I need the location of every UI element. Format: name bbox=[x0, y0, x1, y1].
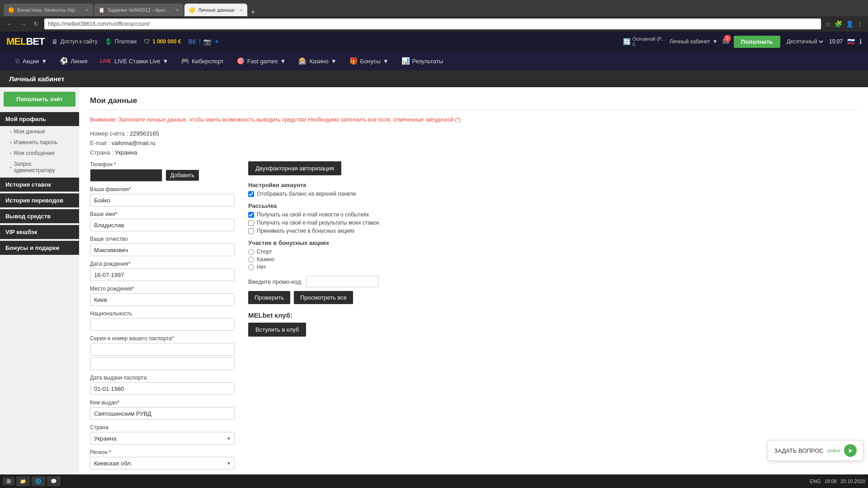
chat-open-button[interactable]: ➤ bbox=[844, 444, 857, 457]
first-name-group: Ваше имя* bbox=[90, 211, 235, 231]
passport-issued-input[interactable] bbox=[90, 407, 235, 420]
form-right: Двухфакторная авторизация Настройки акка… bbox=[248, 161, 857, 488]
sidebar-vip-cashback-title[interactable]: VIP кешбэк bbox=[0, 225, 79, 239]
page-title: Личный кабинет bbox=[9, 75, 65, 83]
last-name-input[interactable] bbox=[90, 194, 235, 206]
cabinet-button[interactable]: Личный кабинет ▼ bbox=[670, 38, 718, 45]
chrome-icon: 🌐 bbox=[35, 479, 42, 484]
sidebar-deposit-button[interactable]: Пополнить счёт bbox=[4, 92, 75, 107]
profile-icon[interactable]: 👤 bbox=[846, 20, 854, 28]
messages-button[interactable]: ✉ 0 bbox=[722, 37, 729, 47]
first-name-input[interactable] bbox=[90, 219, 235, 231]
extensions-icon[interactable]: 🧩 bbox=[835, 20, 842, 28]
promo-input[interactable] bbox=[306, 276, 378, 287]
nav-promotions[interactable]: ☆ Акции ▼ bbox=[9, 52, 52, 70]
sidebar-profile-title[interactable]: Мой профиль bbox=[0, 112, 79, 126]
passport-number-input[interactable] bbox=[90, 357, 235, 370]
sidebar-bonuses-title[interactable]: Бонусы и подарки bbox=[0, 241, 79, 255]
main-nav: ☆ Акции ▼ ⚽ Линия LIVE LIVE Ставки Live … bbox=[0, 52, 868, 70]
taskbar-chrome[interactable]: 🌐 bbox=[32, 476, 45, 486]
bonus-casino-radio[interactable] bbox=[248, 257, 254, 263]
passport-series-group: Серия и номер вашего паспорта* bbox=[90, 335, 235, 370]
tab-2-close[interactable]: ✕ bbox=[175, 8, 179, 13]
language-select[interactable]: Десятичный bbox=[785, 38, 825, 45]
birthplace-input[interactable] bbox=[90, 293, 235, 306]
nav-casino[interactable]: 🎰 Казино ▼ bbox=[293, 52, 342, 70]
top-nav-left: MELBET 🖥 Доступ к сайту 💲 Платежи 🛡 1 00… bbox=[6, 36, 219, 47]
tab-1-close[interactable]: ✕ bbox=[85, 8, 89, 13]
nav-bonuses[interactable]: 🎁 Бонусы ▼ bbox=[344, 52, 394, 70]
chat-widget[interactable]: ЗАДАТЬ ВОПРОС online ➤ bbox=[768, 440, 863, 461]
two-factor-button[interactable]: Двухфакторная авторизация bbox=[248, 161, 341, 175]
birthdate-input[interactable] bbox=[90, 268, 235, 281]
join-club-button[interactable]: Вступить в клуб bbox=[248, 323, 306, 337]
sidebar-withdrawal-title[interactable]: Вывод средств bbox=[0, 209, 79, 223]
logo[interactable]: MELBET bbox=[6, 36, 44, 47]
account-settings-section: Настройки аккаунта Отображать баланс на … bbox=[248, 182, 857, 197]
payments-button[interactable]: 💲 Платежи bbox=[104, 38, 137, 45]
reload-button[interactable]: ↻ bbox=[32, 19, 41, 28]
taskbar-file-explorer[interactable]: 📁 bbox=[16, 476, 30, 486]
sidebar-messages[interactable]: Мои сообщения bbox=[0, 148, 79, 159]
nav-fast-games[interactable]: 🎯 Fast games ▼ bbox=[231, 52, 292, 70]
info-icon[interactable]: ℹ bbox=[859, 38, 862, 45]
sidebar-bet-history-title[interactable]: История ставок bbox=[0, 178, 79, 192]
patronymic-group: Ваше отчество bbox=[90, 236, 235, 256]
country-row: Страна : Украина bbox=[90, 149, 857, 156]
sidebar-my-data[interactable]: Мои данные bbox=[0, 126, 79, 137]
browser-tabs: 🟠 Бонистика, банкноты Украины... ✕ 📋 Зад… bbox=[4, 0, 864, 16]
region-select[interactable]: Киевская обл. bbox=[90, 457, 235, 469]
bonus-no-row: Нет bbox=[248, 264, 857, 270]
email-row: E-mail : valioma@mail.ru bbox=[90, 140, 857, 146]
nationality-input[interactable] bbox=[90, 318, 235, 331]
sidebar-transfer-history-title[interactable]: История переводов bbox=[0, 193, 79, 207]
sidebar-change-password[interactable]: Изменить пароль bbox=[0, 137, 79, 148]
new-tab-button[interactable]: + bbox=[248, 8, 258, 16]
main-balance: 🔄 Основной (Р... 0 bbox=[623, 36, 665, 47]
nav-live[interactable]: LIVE LIVE Ставки Live ▼ bbox=[94, 52, 174, 70]
add-phone-button[interactable]: Добавить bbox=[166, 170, 199, 181]
start-button[interactable]: ⊞ bbox=[3, 477, 14, 485]
sidebar-vip-cashback: VIP кешбэк bbox=[0, 225, 79, 239]
forward-button[interactable]: → bbox=[18, 19, 28, 28]
deposit-button[interactable]: Пополнить bbox=[734, 36, 780, 48]
access-site-button[interactable]: 🖥 Доступ к сайту bbox=[52, 38, 97, 45]
taskbar-skype[interactable]: 💬 bbox=[47, 476, 61, 486]
form-left: Телефон * Добавить Ваша фамилия* Ваше им… bbox=[90, 161, 235, 488]
sidebar-admin-request[interactable]: Запрос администратору bbox=[0, 159, 79, 176]
nav-line[interactable]: ⚽ Линия bbox=[54, 52, 93, 70]
back-button[interactable]: ← bbox=[5, 19, 14, 28]
url-bar[interactable]: https://melbet38616.com/ru/office/accoun… bbox=[44, 19, 821, 29]
phone-input[interactable] bbox=[90, 169, 162, 182]
bonus-sport-radio[interactable] bbox=[248, 249, 254, 255]
telegram-icon[interactable]: ✈ bbox=[214, 38, 219, 45]
tab-3-close[interactable]: ✕ bbox=[239, 8, 243, 13]
country-select-group: Страна Украина bbox=[90, 424, 235, 445]
country-select-wrapper: Украина bbox=[90, 432, 235, 445]
passport-date-input[interactable] bbox=[90, 382, 235, 395]
mailing-bets-checkbox[interactable] bbox=[248, 220, 254, 226]
verify-button[interactable]: Проверить bbox=[248, 291, 290, 304]
sidebar-bet-history: История ставок bbox=[0, 178, 79, 192]
vk-icon[interactable]: ВК bbox=[189, 38, 197, 45]
bonus-no-radio[interactable] bbox=[248, 264, 254, 270]
passport-series-input[interactable] bbox=[90, 343, 235, 356]
last-name-label: Ваша фамилия* bbox=[90, 186, 235, 192]
tab-1[interactable]: 🟠 Бонистика, банкноты Украины... ✕ bbox=[4, 4, 93, 16]
mailing-bonuses-checkbox[interactable] bbox=[248, 228, 254, 234]
bookmark-icon[interactable]: ☆ bbox=[825, 20, 831, 28]
tab-3[interactable]: 🟡 Личные данные ✕ bbox=[184, 4, 247, 16]
mailing-news-checkbox[interactable] bbox=[248, 212, 254, 218]
instagram-icon[interactable]: 📷 bbox=[203, 38, 211, 45]
view-all-button[interactable]: Просмотреть все bbox=[294, 291, 353, 304]
nav-results[interactable]: 📊 Результаты bbox=[396, 52, 448, 70]
menu-icon[interactable]: ⋮ bbox=[857, 20, 863, 28]
tab-2[interactable]: 📋 Задание №945912 - просмотр... ✕ bbox=[94, 4, 184, 16]
facebook-icon[interactable]: f bbox=[199, 38, 201, 45]
country-select[interactable]: Украина bbox=[90, 432, 235, 445]
nav-esports[interactable]: 🎮 Киберспорт bbox=[175, 52, 229, 70]
nationality-group: Национальность bbox=[90, 310, 235, 331]
birthplace-group: Место рождения* bbox=[90, 286, 235, 306]
patronymic-input[interactable] bbox=[90, 244, 235, 256]
show-balance-checkbox[interactable] bbox=[248, 191, 254, 197]
